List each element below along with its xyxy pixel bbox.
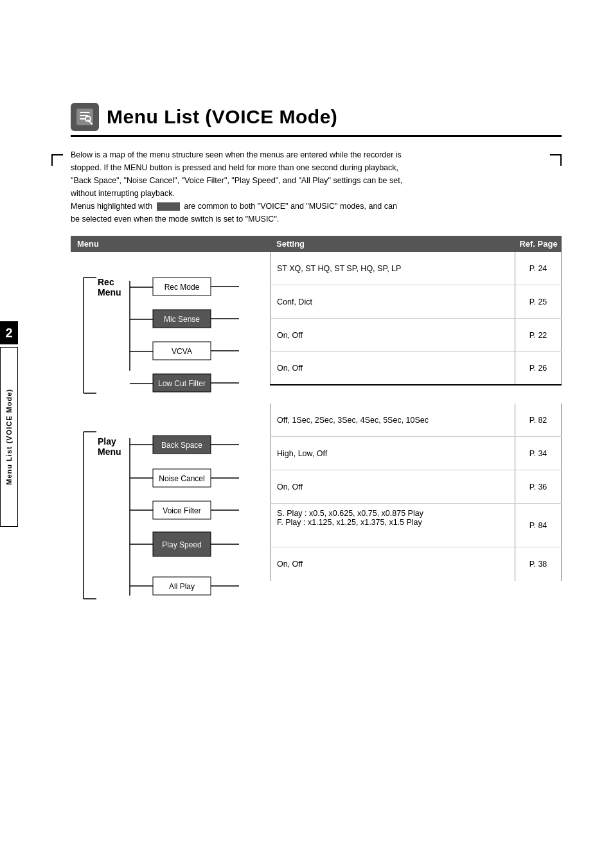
setting-back-space: Off, 1Sec, 2Sec, 3Sec, 4Sec, 5Sec, 10Sec <box>270 403 515 436</box>
page-container: 2 Menu List (VOICE Mode) Menu List (VOIC… <box>0 103 613 868</box>
svg-text:Mic Sense: Mic Sense <box>164 315 200 324</box>
ref-mic-sense: P. 25 <box>515 285 562 318</box>
svg-text:Menu: Menu <box>98 447 121 457</box>
row-mic-sense: Conf, Dict P. 25 <box>270 285 562 319</box>
svg-text:All Play: All Play <box>169 582 195 591</box>
svg-text:Menu: Menu <box>98 287 121 297</box>
row-rec-mode: ST XQ, ST HQ, ST SP, HQ, SP, LP P. 24 <box>270 252 562 285</box>
svg-text:Rec: Rec <box>98 277 114 287</box>
ref-back-space: P. 82 <box>515 403 562 436</box>
diagram-area: Menu Setting Ref. Page Rec Menu <box>71 236 562 633</box>
svg-text:Noise Cancel: Noise Cancel <box>159 474 204 483</box>
gap-ref <box>515 385 562 403</box>
svg-text:Play Speed: Play Speed <box>162 540 201 549</box>
svg-text:VCVA: VCVA <box>172 347 192 356</box>
setting-rec-mode: ST XQ, ST HQ, ST SP, HQ, SP, LP <box>270 252 515 285</box>
row-low-cut: On, Off P. 26 <box>270 352 562 385</box>
corner-mark-tr <box>550 154 562 166</box>
corner-mark-tl <box>51 154 63 166</box>
setting-noise-cancel: High, Low, Off <box>270 437 515 470</box>
tree-diagram-svg: Rec Menu <box>71 252 270 631</box>
col-ref-header: Ref. Page <box>515 236 562 252</box>
desc-line4: without interrupting playback. <box>71 187 562 200</box>
side-tab-label: Menu List (VOICE Mode) <box>5 389 13 485</box>
desc-line3: "Back Space", "Noise Cancel", "Voice Fil… <box>71 174 562 187</box>
desc-line1: Below is a map of the menu structure see… <box>71 148 562 161</box>
row-back-space: Off, 1Sec, 2Sec, 3Sec, 4Sec, 5Sec, 10Sec… <box>270 403 562 437</box>
setting-mic-sense: Conf, Dict <box>270 285 515 318</box>
row-noise-cancel: High, Low, Off P. 34 <box>270 437 562 470</box>
desc-line5-7: Menus highlighted with are common to bot… <box>71 200 562 226</box>
desc-line2: stopped. If the MENU button is pressed a… <box>71 161 562 174</box>
ref-rec-mode: P. 24 <box>515 252 562 285</box>
description-block: Below is a map of the menu structure see… <box>71 148 562 226</box>
table-header: Menu Setting Ref. Page <box>71 236 562 252</box>
setting-all-play: On, Off <box>270 547 515 581</box>
row-voice-filter: On, Off P. 36 <box>270 470 562 504</box>
col-setting-header: Setting <box>270 236 515 252</box>
ref-vcva: P. 22 <box>515 319 562 351</box>
col-menu-header: Menu <box>71 236 270 252</box>
row-vcva: On, Off P. 22 <box>270 319 562 352</box>
row-gap <box>270 385 562 403</box>
page-title: Menu List (VOICE Mode) <box>107 106 337 128</box>
ref-all-play: P. 38 <box>515 547 562 581</box>
chapter-number: 2 <box>0 321 18 344</box>
svg-text:Play: Play <box>98 436 116 447</box>
svg-text:Voice Filter: Voice Filter <box>163 506 200 515</box>
ref-low-cut: P. 26 <box>515 352 562 384</box>
row-all-play: On, Off P. 38 <box>270 547 562 581</box>
left-diagram-col: Rec Menu <box>71 252 270 633</box>
setting-play-speed: S. Play : x0.5, x0.625, x0.75, x0.875 Pl… <box>270 504 515 547</box>
row-play-speed: S. Play : x0.5, x0.625, x0.75, x0.875 Pl… <box>270 504 562 547</box>
title-icon <box>71 103 99 131</box>
diagram-rows: Rec Menu <box>71 252 562 633</box>
highlight-indicator <box>157 202 180 211</box>
setting-low-cut: On, Off <box>270 352 515 384</box>
side-tab: Menu List (VOICE Mode) <box>0 347 18 527</box>
right-rows-col: ST XQ, ST HQ, ST SP, HQ, SP, LP P. 24 Co… <box>270 252 562 633</box>
gap-cell <box>270 385 515 403</box>
ref-noise-cancel: P. 34 <box>515 437 562 470</box>
setting-voice-filter: On, Off <box>270 470 515 503</box>
title-row: Menu List (VOICE Mode) <box>71 103 562 137</box>
ref-voice-filter: P. 36 <box>515 470 562 503</box>
svg-text:Low Cut Filter: Low Cut Filter <box>158 379 206 388</box>
setting-vcva: On, Off <box>270 319 515 351</box>
main-content: Menu List (VOICE Mode) Below is a map of… <box>71 103 562 633</box>
svg-text:Back Space: Back Space <box>161 441 202 450</box>
ref-play-speed: P. 84 <box>515 504 562 547</box>
svg-text:Rec Mode: Rec Mode <box>164 283 200 292</box>
